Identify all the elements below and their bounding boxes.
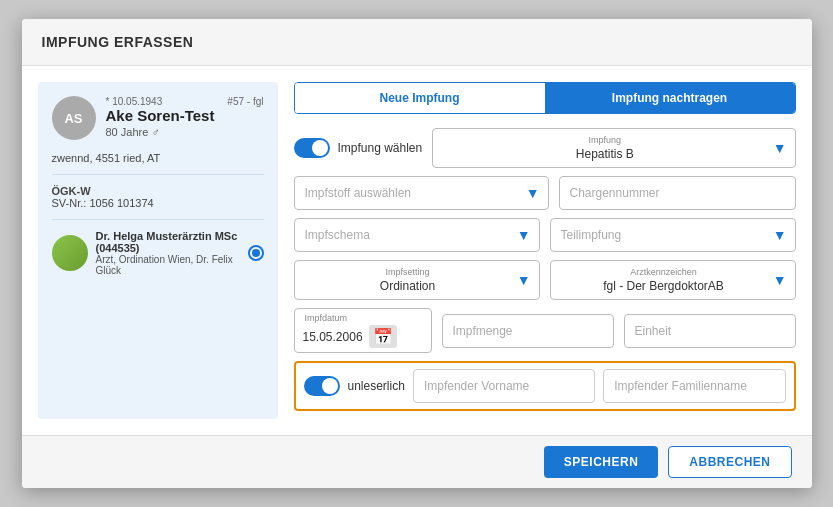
patient-age: 80 Jahre ♂ bbox=[106, 126, 264, 138]
impfschema-arrow-icon: ▼ bbox=[517, 227, 531, 243]
impfung-dropdown[interactable]: Impfung Hepatitis B ▼ bbox=[432, 128, 795, 168]
impfung-toggle[interactable] bbox=[294, 138, 330, 158]
doctor-row: Dr. Helga Musterärztin MSc (044535) Arzt… bbox=[52, 230, 264, 276]
impfstoff-dropdown[interactable]: Impfstoff auswählen ▼ bbox=[294, 176, 549, 210]
doctor-info: Dr. Helga Musterärztin MSc (044535) Arzt… bbox=[96, 230, 240, 276]
chargennummer-input[interactable] bbox=[559, 176, 796, 210]
impfdatum-value: 15.05.2006 bbox=[303, 330, 363, 344]
impfung-field-label: Impfung bbox=[589, 135, 622, 145]
impfstoff-arrow-icon: ▼ bbox=[526, 185, 540, 201]
impfsetting-value: Ordination bbox=[380, 279, 435, 293]
doctor-radio-button[interactable] bbox=[248, 245, 264, 261]
doctor-avatar-inner bbox=[52, 235, 88, 271]
patient-name: Ake Soren-Test bbox=[106, 107, 264, 124]
doctor-avatar bbox=[52, 235, 88, 271]
einheit-input[interactable] bbox=[624, 314, 796, 348]
calendar-icon[interactable]: 📅 bbox=[369, 325, 397, 348]
row-impfung-waehlen: Impfung wählen Impfung Hepatitis B ▼ bbox=[294, 128, 796, 168]
row-impfsetting: Impfsetting Ordination ▼ Arztkennzeichen… bbox=[294, 260, 796, 300]
impfdatum-field: Impfdatum 15.05.2006 📅 bbox=[294, 308, 432, 353]
unleserlich-toggle-knob bbox=[322, 378, 338, 394]
modal: IMPFUNG ERFASSEN AS * 10.05.1943 #57 - f… bbox=[22, 19, 812, 488]
avatar: AS bbox=[52, 96, 96, 140]
unleserlich-row: unleserlich bbox=[294, 361, 796, 411]
patient-address: zwennd, 4551 ried, AT bbox=[52, 152, 264, 164]
toggle-impfung-row: Impfung wählen bbox=[294, 138, 423, 158]
tab-neue-impfung[interactable]: Neue Impfung bbox=[295, 83, 545, 113]
modal-header: IMPFUNG ERFASSEN bbox=[22, 19, 812, 66]
arzt-arrow-icon: ▼ bbox=[773, 272, 787, 288]
teilimpfung-placeholder: Teilimpfung bbox=[561, 228, 622, 242]
teilimpfung-arrow-icon: ▼ bbox=[773, 227, 787, 243]
arzt-dropdown[interactable]: Arztkennzeichen fgl - Der BergdoktorAB ▼ bbox=[550, 260, 796, 300]
tab-impfung-nachtragen[interactable]: Impfung nachtragen bbox=[545, 83, 795, 113]
impfung-arrow-icon: ▼ bbox=[773, 140, 787, 156]
impfstoff-placeholder: Impfstoff auswählen bbox=[305, 186, 412, 200]
impfender-familienname-input[interactable] bbox=[603, 369, 785, 403]
impfsetting-dropdown[interactable]: Impfsetting Ordination ▼ bbox=[294, 260, 540, 300]
doctor-name: Dr. Helga Musterärztin MSc (044535) bbox=[96, 230, 240, 254]
impfschema-dropdown[interactable]: Impfschema ▼ bbox=[294, 218, 540, 252]
row-impfschema: Impfschema ▼ Teilimpfung ▼ bbox=[294, 218, 796, 252]
impfung-value: Hepatitis B bbox=[576, 147, 634, 161]
unleserlich-toggle[interactable] bbox=[304, 376, 340, 396]
unleserlich-label: unleserlich bbox=[348, 379, 405, 393]
patient-header: AS * 10.05.1943 #57 - fgl Ake Soren-Test… bbox=[52, 96, 264, 140]
right-panel: Neue Impfung Impfung nachtragen Impfung … bbox=[294, 82, 796, 419]
doctor-subtitle: Arzt, Ordination Wien, Dr. Felix Glück bbox=[96, 254, 240, 276]
impfung-waehlen-label: Impfung wählen bbox=[338, 141, 423, 155]
patient-meta: * 10.05.1943 #57 - fgl bbox=[106, 96, 264, 107]
patient-insurance-number: SV-Nr.: 1056 101374 bbox=[52, 197, 264, 209]
cancel-button[interactable]: ABBRECHEN bbox=[668, 446, 791, 478]
arzt-label: Arztkennzeichen bbox=[630, 267, 697, 277]
patient-info-top: * 10.05.1943 #57 - fgl Ake Soren-Test 80… bbox=[106, 96, 264, 138]
gender-symbol: ♂ bbox=[151, 126, 159, 138]
modal-title: IMPFUNG ERFASSEN bbox=[42, 34, 194, 50]
teilimpfung-dropdown[interactable]: Teilimpfung ▼ bbox=[550, 218, 796, 252]
patient-insurance-name: ÖGK-W bbox=[52, 185, 264, 197]
impfmenge-input[interactable] bbox=[442, 314, 614, 348]
radio-inner bbox=[252, 249, 260, 257]
impfender-vorname-input[interactable] bbox=[413, 369, 595, 403]
arzt-value: fgl - Der BergdoktorAB bbox=[603, 279, 724, 293]
modal-overlay: IMPFUNG ERFASSEN AS * 10.05.1943 #57 - f… bbox=[0, 0, 833, 507]
modal-footer: SPEICHERN ABBRECHEN bbox=[22, 435, 812, 488]
impfsetting-arrow-icon: ▼ bbox=[517, 272, 531, 288]
modal-body: AS * 10.05.1943 #57 - fgl Ake Soren-Test… bbox=[22, 66, 812, 435]
impfschema-placeholder: Impfschema bbox=[305, 228, 370, 242]
left-panel: AS * 10.05.1943 #57 - fgl Ake Soren-Test… bbox=[38, 82, 278, 419]
save-button[interactable]: SPEICHERN bbox=[544, 446, 659, 478]
tabs-row: Neue Impfung Impfung nachtragen bbox=[294, 82, 796, 114]
divider bbox=[52, 174, 264, 175]
row-impfdatum: Impfdatum 15.05.2006 📅 bbox=[294, 308, 796, 353]
row-impfstoff: Impfstoff auswählen ▼ bbox=[294, 176, 796, 210]
divider2 bbox=[52, 219, 264, 220]
toggle-knob bbox=[312, 140, 328, 156]
impfdatum-label: Impfdatum bbox=[305, 313, 348, 323]
impfsetting-label: Impfsetting bbox=[385, 267, 429, 277]
